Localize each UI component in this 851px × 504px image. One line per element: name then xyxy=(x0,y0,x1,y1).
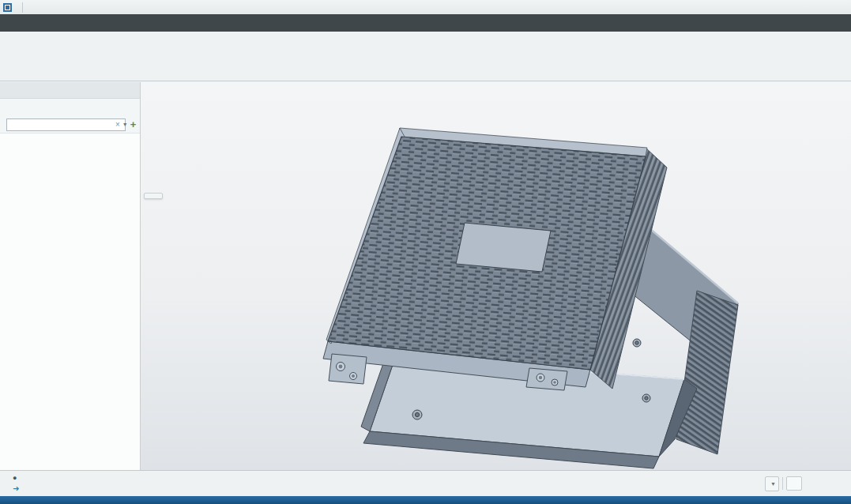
divider xyxy=(782,477,783,490)
creo-logo-icon xyxy=(3,3,12,12)
ribbon-tab-bar xyxy=(0,14,851,32)
filter-dropdown-icon[interactable]: ▼ xyxy=(122,122,128,127)
find-button[interactable]: ▼ xyxy=(765,476,779,491)
model-tree xyxy=(0,133,140,470)
creo-window: × ▼ + xyxy=(0,0,851,504)
cover-top-part xyxy=(323,128,667,390)
title-bar xyxy=(0,0,851,14)
clear-filter-icon[interactable]: × xyxy=(115,120,120,129)
status-bar-right: ▼ xyxy=(765,476,802,491)
3d-model-viewport xyxy=(141,82,851,470)
message-area: ● ➜ xyxy=(13,473,22,494)
add-filter-icon[interactable]: + xyxy=(130,120,137,130)
tree-filter-input[interactable] xyxy=(6,118,126,131)
navigator-tabs xyxy=(0,82,140,99)
status-bar: ● ➜ ▼ xyxy=(0,470,851,496)
creo-logo xyxy=(3,3,14,12)
model-tree-header xyxy=(0,99,140,116)
tree-filter-row: × ▼ + xyxy=(0,116,140,133)
navigator-panel: × ▼ + xyxy=(0,82,141,470)
divider xyxy=(22,2,23,13)
message-bullet-icon: ● xyxy=(13,473,17,483)
ribbon xyxy=(0,32,851,81)
window-mode-button[interactable] xyxy=(786,476,802,491)
graphics-area[interactable] xyxy=(141,82,851,470)
taskbar[interactable] xyxy=(0,496,851,504)
message-arrow-icon: ➜ xyxy=(13,483,19,494)
graphics-toolbar xyxy=(144,193,163,199)
